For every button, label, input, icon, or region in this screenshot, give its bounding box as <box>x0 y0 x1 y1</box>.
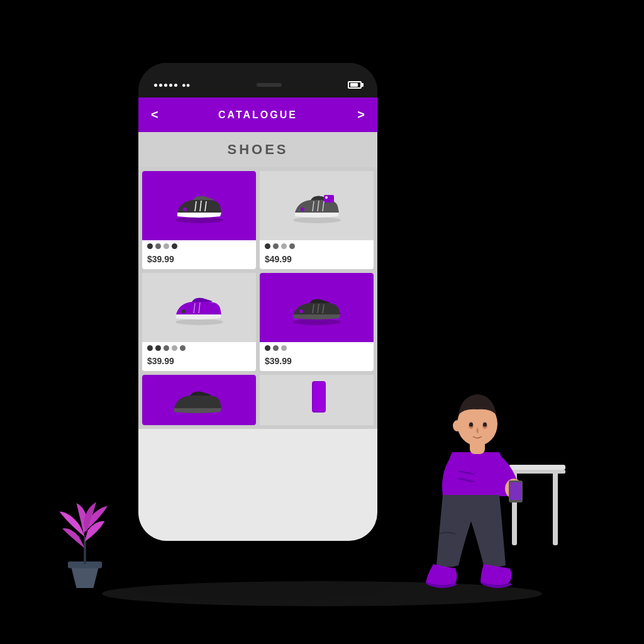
phone-frame: ●● < CATALOGUE > SHOES <box>138 63 377 541</box>
shoe-illustration-2 <box>289 189 345 223</box>
color-dots-3 <box>142 342 256 354</box>
product-card-1[interactable]: $39.99 <box>142 171 256 269</box>
color-swatch <box>164 345 169 351</box>
svg-point-34 <box>483 423 487 427</box>
product-card-3[interactable]: $39.99 <box>142 273 256 371</box>
nav-forward-button[interactable]: > <box>357 108 365 122</box>
shoe-illustration-5 <box>171 383 228 418</box>
color-swatch <box>172 345 177 351</box>
signal-dot-5 <box>174 84 177 87</box>
battery-icon <box>348 81 362 89</box>
signal-dot-4 <box>169 84 172 87</box>
svg-rect-26 <box>553 470 558 545</box>
svg-point-17 <box>299 309 303 313</box>
color-swatch <box>265 243 270 249</box>
svg-point-13 <box>182 309 186 313</box>
app-header: < CATALOGUE > <box>138 97 377 132</box>
signal-dot-3 <box>164 84 167 87</box>
plant-decoration <box>47 480 123 594</box>
person-illustration <box>402 339 572 603</box>
product-card-2[interactable]: $49.99 <box>260 171 374 269</box>
color-swatch <box>147 243 153 249</box>
svg-point-7 <box>325 196 328 199</box>
color-swatch <box>147 345 153 351</box>
product-image-2 <box>260 171 374 240</box>
svg-point-5 <box>293 217 341 223</box>
product-price-3: $39.99 <box>142 354 256 371</box>
color-swatch <box>281 243 287 249</box>
color-dots-4 <box>260 342 374 354</box>
color-dots-1 <box>142 240 256 252</box>
svg-rect-22 <box>313 382 325 411</box>
svg-rect-25 <box>509 465 565 470</box>
product-card-6[interactable] <box>260 375 374 425</box>
svg-point-16 <box>293 319 341 325</box>
svg-rect-38 <box>510 482 521 500</box>
wifi-icon: ●● <box>182 81 190 89</box>
product-image-5 <box>142 375 256 425</box>
color-swatch <box>273 243 279 249</box>
phone-notch-bar <box>257 83 282 87</box>
product-image-3 <box>142 273 256 342</box>
category-title: SHOES <box>227 142 288 157</box>
product-price-4: $39.99 <box>260 354 374 371</box>
product-card-5[interactable] <box>142 375 256 425</box>
shoe-illustration-1 <box>171 189 228 223</box>
svg-rect-28 <box>506 470 565 474</box>
color-swatch <box>180 345 186 351</box>
svg-point-33 <box>469 423 473 427</box>
shoe-illustration-3 <box>171 291 228 325</box>
product-price-2: $49.99 <box>260 252 374 269</box>
color-swatch <box>281 345 287 351</box>
color-swatch <box>155 345 161 351</box>
color-swatch <box>265 345 270 351</box>
product-image-4 <box>260 273 374 342</box>
product-card-4[interactable]: $39.99 <box>260 273 374 371</box>
shoe-illustration-4 <box>289 291 345 325</box>
svg-point-0 <box>175 217 223 223</box>
color-swatch <box>172 243 177 249</box>
color-dots-2 <box>260 240 374 252</box>
product-grid: $39.99 <box>138 167 377 429</box>
color-swatch <box>273 345 279 351</box>
product-image-1 <box>142 171 256 240</box>
svg-rect-6 <box>324 195 334 203</box>
svg-point-12 <box>175 319 223 325</box>
app-title: CATALOGUE <box>218 109 297 121</box>
svg-point-1 <box>183 208 187 211</box>
signal-dot-2 <box>159 84 162 87</box>
product-image-6 <box>260 375 374 425</box>
color-swatch <box>289 243 295 249</box>
svg-point-8 <box>301 208 304 211</box>
svg-point-35 <box>453 420 462 431</box>
phone-notch: ●● <box>138 63 377 97</box>
shoe-illustration-6 <box>304 378 330 422</box>
product-price-1: $39.99 <box>142 252 256 269</box>
color-swatch <box>164 243 169 249</box>
category-header: SHOES <box>138 132 377 167</box>
status-left: ●● <box>154 81 190 89</box>
color-swatch <box>155 243 161 249</box>
nav-back-button[interactable]: < <box>151 108 158 122</box>
scene: ●● < CATALOGUE > SHOES <box>0 0 644 644</box>
signal-dot-1 <box>154 84 157 87</box>
phone-screen: < CATALOGUE > SHOES <box>138 97 377 541</box>
